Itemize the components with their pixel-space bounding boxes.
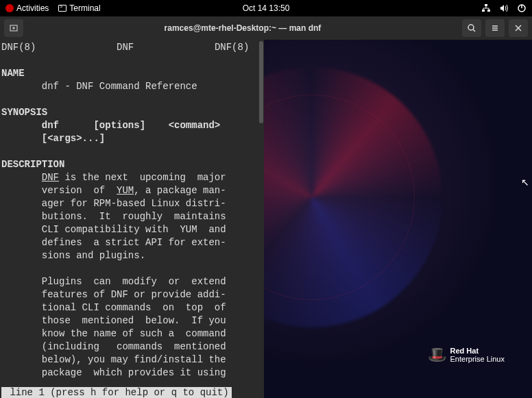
terminal-titlebar: ramces@mte-rhel-Desktop:~ — man dnf <box>0 16 532 40</box>
close-button[interactable] <box>509 19 528 37</box>
desc-p2b: features of DNF or provide addi- <box>42 289 226 300</box>
desc-p1b: version of <box>42 185 117 196</box>
terminal-output: DNF(8) DNF DNF(8) NAME dnf - DNF Command… <box>0 40 264 382</box>
pager-status-line: line 1 (press h for help or q to quit) <box>1 387 232 398</box>
app-menu-label: Terminal <box>69 3 100 13</box>
svg-rect-2 <box>487 10 490 12</box>
desc-dnf-link: DNF <box>42 172 59 183</box>
desc-p1e: butions. It roughly maintains <box>42 211 226 222</box>
gnome-topbar: Activities Terminal Oct 14 13:50 <box>0 0 532 16</box>
svg-point-8 <box>468 25 474 30</box>
section-name: NAME <box>1 68 25 79</box>
desc-p2f: (including commands mentioned <box>42 341 226 352</box>
section-synopsis: SYNOPSIS <box>1 107 47 118</box>
brand-line1: Red Hat <box>450 347 479 355</box>
power-icon[interactable] <box>517 3 527 13</box>
desc-p1f: CLI compatibility with YUM and <box>42 224 226 235</box>
terminal-scrollbar[interactable] <box>258 40 264 398</box>
synopsis-line1: dnf [options] <command> <box>42 120 220 131</box>
desc-p1h: sions and plugins. <box>42 250 145 261</box>
app-menu-terminal[interactable]: Terminal <box>58 3 100 13</box>
redhat-icon <box>5 4 14 12</box>
section-description: DESCRIPTION <box>1 159 64 170</box>
svg-rect-0 <box>485 4 487 6</box>
redhat-logo: 🎩 Red Hat Enterprise Linux <box>428 346 505 364</box>
svg-line-9 <box>473 29 475 32</box>
search-button[interactable] <box>462 19 481 37</box>
desc-p2a: Plugins can modify or extend <box>42 276 226 287</box>
desc-p2d: those mentioned below. If you <box>42 315 226 326</box>
brand-line2: Enterprise Linux <box>450 355 505 363</box>
desc-p2g: below), you may find/install the <box>42 354 226 365</box>
desc-yum-link: YUM <box>117 185 134 196</box>
network-icon[interactable] <box>481 3 491 13</box>
desktop-background: 🎩 Red Hat Enterprise Linux ↖ <box>264 40 532 398</box>
terminal-pane[interactable]: DNF(8) DNF DNF(8) NAME dnf - DNF Command… <box>0 40 264 398</box>
clock[interactable]: Oct 14 13:50 <box>243 3 290 13</box>
synopsis-line2: [<args>...] <box>42 133 105 144</box>
activities-label: Activities <box>16 3 49 13</box>
desc-p2e: know the name of such a command <box>42 328 226 339</box>
desc-p1g: defines a strict API for exten- <box>42 237 226 248</box>
name-line: dnf - DNF Command Reference <box>42 81 197 92</box>
man-header-right: DNF(8) <box>215 42 249 53</box>
activities-button[interactable]: Activities <box>5 3 49 13</box>
mouse-cursor-icon: ↖ <box>521 177 529 188</box>
man-header-left: DNF(8) <box>1 42 36 53</box>
svg-rect-1 <box>482 10 485 12</box>
hamburger-menu-button[interactable] <box>485 19 505 37</box>
terminal-icon <box>58 5 66 12</box>
volume-icon[interactable] <box>499 3 509 13</box>
man-header-center: DNF <box>117 42 134 53</box>
desc-p1d: ager for RPM-based Linux distri- <box>42 198 226 209</box>
desc-p2h: package which provides it using <box>42 367 226 378</box>
desc-p1a: is the next upcoming major <box>59 172 226 183</box>
desc-p2c: tional CLI commands on top of <box>42 302 226 313</box>
desc-p1c: , a package man- <box>134 185 226 196</box>
new-tab-button[interactable] <box>4 19 23 37</box>
redhat-hat-icon: 🎩 <box>428 346 446 364</box>
window-title: ramces@mte-rhel-Desktop:~ — man dnf <box>27 23 458 33</box>
datetime-label: Oct 14 13:50 <box>243 3 290 13</box>
scrollbar-thumb[interactable] <box>259 41 263 123</box>
